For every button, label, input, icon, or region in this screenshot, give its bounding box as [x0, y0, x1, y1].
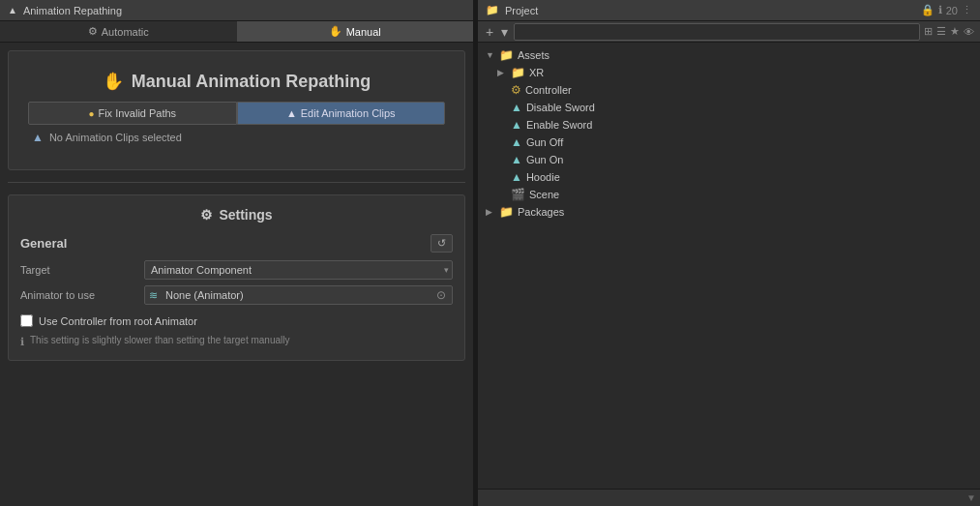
animator-input[interactable] — [162, 286, 431, 304]
info-row: ℹ This setting is slightly slower than s… — [20, 331, 453, 352]
scene-icon: 🎬 — [511, 188, 525, 201]
hoodie-icon: ▲ — [511, 170, 522, 184]
automatic-tab-label: Automatic — [102, 26, 149, 38]
general-label: General — [20, 236, 67, 251]
automatic-tab-icon: ⚙ — [88, 25, 98, 38]
project-title-bar: 📁 Project 🔒 ℹ 20 ⋮ — [478, 0, 980, 21]
animator-circle-button[interactable]: ⊙ — [431, 286, 452, 304]
refresh-button[interactable]: ↺ — [431, 234, 453, 253]
edit-clips-icon: ▲ — [286, 107, 297, 119]
project-content: ▼ 📁 Assets ▶ 📁 XR ⚙ Controller ▲ Disable… — [478, 43, 980, 489]
tree-item-gun-on[interactable]: ▲ Gun On — [478, 151, 980, 168]
fix-paths-label: Fix Invalid Paths — [98, 107, 176, 119]
tree-item-enable-sword[interactable]: ▲ Enable Sword — [478, 116, 980, 134]
lock-icon: 🔒 — [921, 4, 935, 16]
gun-off-icon: ▲ — [511, 135, 522, 149]
divider — [8, 182, 465, 183]
packages-arrow: ▶ — [486, 207, 495, 217]
target-select[interactable]: Animator Component — [144, 260, 453, 280]
disable-sword-icon: ▲ — [511, 101, 522, 114]
add-button[interactable]: + — [484, 24, 495, 40]
tree-item-controller[interactable]: ⚙ Controller — [478, 81, 980, 99]
manual-tab-icon: ✋ — [329, 25, 342, 38]
tree-item-hoodie[interactable]: ▲ Hoodie — [478, 168, 980, 186]
hero-title-text: Manual Animation Repathing — [132, 72, 371, 92]
project-bottom-bar: ▼ — [478, 489, 980, 506]
edit-clips-button[interactable]: ▲ Edit Animation Clips — [237, 102, 446, 125]
project-title-left: 📁 Project — [486, 4, 538, 16]
xr-arrow: ▶ — [497, 68, 507, 77]
scroll-down-arrow[interactable]: ▼ — [966, 492, 976, 503]
scene-label: Scene — [529, 189, 559, 200]
fix-paths-dot: ● — [88, 108, 94, 119]
hero-title-row: ✋ Manual Animation Repathing — [28, 71, 445, 92]
warning-row: ▲ No Animation Clips selected — [28, 125, 445, 150]
content-area: ✋ Manual Animation Repathing ● Fix Inval… — [0, 43, 473, 506]
info-icon: ℹ — [20, 336, 24, 348]
animator-prefix-icon: ≋ — [145, 289, 162, 302]
gun-on-icon: ▲ — [511, 153, 522, 166]
target-field-row: Target Animator Component ▾ — [20, 260, 453, 280]
animator-field-row: Animator to use ≋ ⊙ — [20, 285, 453, 305]
tree-item-packages[interactable]: ▶ 📁 Packages — [478, 203, 980, 221]
edit-clips-label: Edit Animation Clips — [301, 107, 396, 119]
project-folder-icon: 📁 — [486, 4, 499, 16]
checkbox-row: Use Controller from root Animator — [20, 311, 453, 331]
controller-label: Controller — [525, 84, 572, 96]
gun-on-label: Gun On — [526, 154, 564, 165]
search-input[interactable] — [514, 23, 920, 41]
tree-item-gun-off[interactable]: ▲ Gun Off — [478, 134, 980, 151]
add-icon: + — [486, 24, 493, 40]
fix-paths-button[interactable]: ● Fix Invalid Paths — [28, 102, 237, 125]
tree-item-scene[interactable]: 🎬 Scene — [478, 186, 980, 203]
tab-bar: ⚙ Automatic ✋ Manual — [0, 21, 473, 43]
settings-section: ⚙ Settings General ↺ Target Animator Com… — [8, 194, 465, 361]
add-dropdown-button[interactable]: ▾ — [499, 24, 510, 40]
info-btn: ℹ — [938, 4, 942, 16]
packages-folder-icon: 📁 — [499, 205, 514, 219]
project-title: Project — [505, 5, 538, 16]
controller-icon: ⚙ — [511, 83, 521, 97]
window-title: Animation Repathing — [23, 5, 122, 16]
right-panel: 📁 Project 🔒 ℹ 20 ⋮ + ▾ ⊞ ☰ ★ 👁 ▼ 📁 — [478, 0, 980, 506]
info-text: This setting is slightly slower than set… — [30, 335, 289, 345]
root-animator-checkbox[interactable] — [20, 314, 33, 327]
animator-input-wrapper: ≋ ⊙ — [144, 285, 453, 305]
tree-item-assets[interactable]: ▼ 📁 Assets — [478, 46, 980, 64]
tab-manual[interactable]: ✋ Manual — [237, 21, 474, 42]
tab-automatic[interactable]: ⚙ Automatic — [0, 21, 237, 42]
manual-tab-label: Manual — [346, 26, 381, 38]
grid-icon[interactable]: ⊞ — [924, 25, 933, 38]
eye-icon[interactable]: 👁 — [964, 26, 974, 38]
settings-header: ⚙ Settings — [20, 207, 453, 223]
animator-label: Animator to use — [20, 289, 136, 301]
star-icon[interactable]: ★ — [950, 25, 960, 38]
enable-sword-icon: ▲ — [511, 118, 522, 132]
assets-folder-icon: 📁 — [499, 48, 514, 62]
target-label: Target — [20, 264, 136, 276]
xr-folder-icon: 📁 — [511, 66, 525, 79]
project-toolbar-icons: ⊞ ☰ ★ 👁 — [924, 25, 974, 38]
settings-title: Settings — [219, 207, 272, 223]
target-select-wrapper: Animator Component ▾ — [144, 260, 453, 280]
hero-section: ✋ Manual Animation Repathing ● Fix Inval… — [8, 50, 465, 170]
assets-label: Assets — [518, 49, 549, 61]
general-label-row: General ↺ — [20, 234, 453, 253]
enable-sword-label: Enable Sword — [526, 119, 593, 131]
hoodie-label: Hoodie — [526, 171, 560, 183]
settings-gear-icon: ⚙ — [200, 207, 213, 223]
filter-icon[interactable]: ☰ — [936, 25, 946, 38]
left-panel: ▲ Animation Repathing ⚙ Automatic ✋ Manu… — [0, 0, 474, 506]
add-dropdown-icon: ▾ — [501, 24, 508, 40]
window-title-icon: ▲ — [8, 5, 17, 15]
packages-label: Packages — [518, 206, 564, 218]
tree-item-disable-sword[interactable]: ▲ Disable Sword — [478, 99, 980, 116]
menu-icon[interactable]: ⋮ — [962, 4, 972, 16]
tree-item-xr[interactable]: ▶ 📁 XR — [478, 64, 980, 81]
checkbox-label: Use Controller from root Animator — [39, 315, 197, 327]
gun-off-label: Gun Off — [526, 136, 563, 148]
disable-sword-label: Disable Sword — [526, 102, 595, 113]
action-buttons-row: ● Fix Invalid Paths ▲ Edit Animation Cli… — [28, 102, 445, 125]
window-title-bar: ▲ Animation Repathing — [0, 0, 473, 21]
project-toolbar: + ▾ ⊞ ☰ ★ 👁 — [478, 21, 980, 43]
